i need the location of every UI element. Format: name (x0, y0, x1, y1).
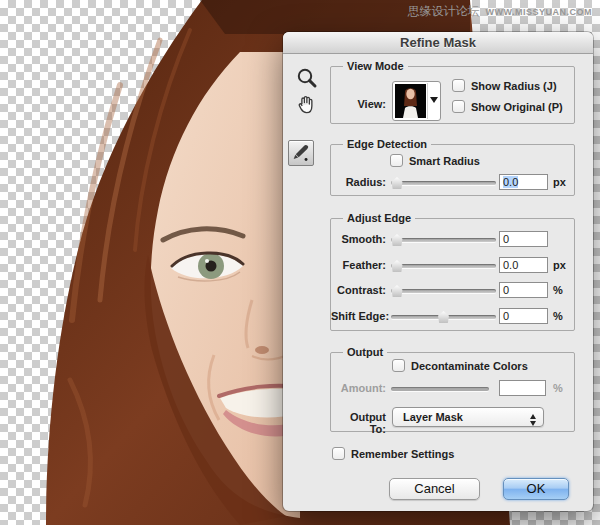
contrast-slider[interactable] (391, 284, 496, 297)
watermark-url: WWW.MISSYUAN.COM (486, 7, 593, 17)
smart-radius-checkbox[interactable] (390, 154, 403, 167)
edge-detection-group-label: Edge Detection (343, 138, 431, 150)
slider-thumb[interactable] (391, 260, 403, 272)
edge-detection-group: Edge Detection Smart Radius Radius: 0.0 … (330, 144, 575, 196)
contrast-label: Contrast: (331, 284, 386, 296)
remember-settings-checkbox[interactable] (332, 447, 345, 460)
feather-label: Feather: (331, 259, 386, 271)
view-mode-group-label: View Mode (343, 60, 408, 72)
adjust-edge-group: Adjust Edge Smooth: 0 Feather: 0.0 px (330, 218, 575, 331)
output-group: Output Decontaminate Colors Amount: % Ou… (330, 352, 575, 432)
dialog-title: Refine Mask (400, 35, 476, 50)
decontaminate-label: Decontaminate Colors (411, 360, 528, 372)
view-label: View: (331, 98, 386, 110)
show-radius-checkbox-row[interactable]: Show Radius (J) (452, 79, 557, 92)
amount-unit: % (553, 382, 563, 394)
refine-radius-tool-button[interactable] (288, 140, 314, 166)
smart-radius-checkbox-row[interactable]: Smart Radius (390, 154, 480, 167)
hand-icon (295, 93, 318, 116)
radius-label: Radius: (331, 176, 386, 188)
cancel-button[interactable]: Cancel (389, 478, 480, 500)
slider-track (391, 181, 496, 185)
brush-icon (290, 142, 312, 164)
watermark-chinese: 思缘设计论坛 (408, 3, 480, 20)
contrast-unit: % (553, 284, 563, 296)
slider-track (391, 238, 496, 242)
show-original-label: Show Original (P) (471, 101, 563, 113)
slider-track (391, 387, 489, 391)
amount-slider (391, 382, 489, 395)
view-thumbnail-image (395, 84, 426, 118)
remember-settings-label: Remember Settings (351, 448, 454, 460)
show-original-checkbox-row[interactable]: Show Original (P) (452, 100, 563, 113)
canvas-area: 思缘设计论坛 WWW.MISSYUAN.COM Refine Mask (0, 0, 600, 525)
output-to-value: Layer Mask (403, 411, 463, 423)
hand-tool[interactable] (295, 93, 318, 118)
slider-track (391, 264, 496, 268)
feather-input[interactable]: 0.0 (499, 257, 548, 273)
zoom-tool[interactable] (296, 67, 318, 91)
chevron-down-icon (427, 83, 439, 119)
show-radius-label: Show Radius (J) (471, 80, 557, 92)
select-arrows-icon (530, 411, 536, 429)
magnifier-icon (296, 67, 318, 89)
radius-row: Radius: 0.0 px (331, 174, 574, 191)
watermark: 思缘设计论坛 WWW.MISSYUAN.COM (408, 3, 593, 20)
amount-input (499, 380, 546, 396)
slider-thumb[interactable] (391, 285, 403, 297)
amount-label: Amount: (331, 382, 386, 394)
shift-edge-slider[interactable] (391, 310, 496, 323)
refine-mask-dialog: Refine Mask View Mode View: (283, 32, 593, 511)
remember-settings-row[interactable]: Remember Settings (332, 447, 454, 460)
smooth-input[interactable]: 0 (499, 231, 548, 247)
slider-thumb[interactable] (391, 234, 403, 246)
feather-slider[interactable] (391, 259, 496, 272)
shift-edge-unit: % (553, 310, 563, 322)
shift-edge-input[interactable]: 0 (499, 308, 548, 324)
smooth-slider[interactable] (391, 233, 496, 246)
contrast-input[interactable]: 0 (499, 282, 548, 298)
output-to-select[interactable]: Layer Mask (392, 407, 544, 427)
slider-track (391, 289, 496, 293)
show-original-checkbox[interactable] (452, 100, 465, 113)
decontaminate-checkbox-row[interactable]: Decontaminate Colors (392, 359, 528, 372)
shift-edge-row: Shift Edge: 0 % (331, 308, 574, 325)
smart-radius-label: Smart Radius (409, 155, 480, 167)
output-group-label: Output (343, 346, 387, 358)
show-radius-checkbox[interactable] (452, 79, 465, 92)
radius-slider[interactable] (391, 176, 496, 189)
radius-unit: px (553, 176, 566, 188)
ok-button[interactable]: OK (503, 478, 569, 500)
contrast-row: Contrast: 0 % (331, 282, 574, 299)
feather-unit: px (553, 259, 566, 271)
slider-thumb[interactable] (391, 177, 403, 189)
decontaminate-checkbox[interactable] (392, 359, 405, 372)
view-mode-dropdown[interactable] (392, 81, 441, 121)
shift-edge-label: Shift Edge: (331, 310, 386, 322)
adjust-edge-group-label: Adjust Edge (343, 212, 415, 224)
slider-thumb[interactable] (438, 311, 450, 323)
feather-row: Feather: 0.0 px (331, 257, 574, 274)
view-mode-group: View Mode View: Show Radius (J) (330, 66, 575, 124)
output-to-label: Output To: (331, 411, 386, 435)
smooth-label: Smooth: (331, 233, 386, 245)
dialog-titlebar[interactable]: Refine Mask (283, 32, 593, 54)
smooth-row: Smooth: 0 (331, 231, 574, 248)
amount-row: Amount: % (331, 380, 574, 397)
radius-input[interactable]: 0.0 (499, 174, 548, 190)
